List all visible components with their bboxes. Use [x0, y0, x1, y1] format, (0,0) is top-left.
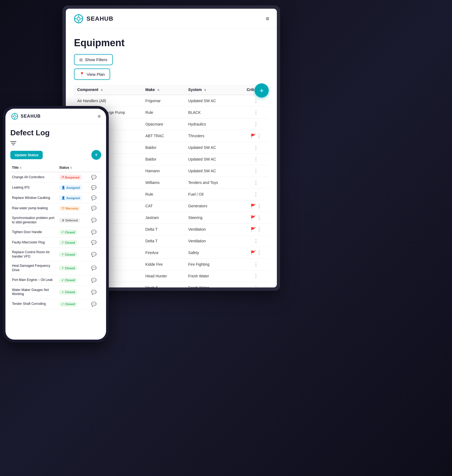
row-menu-dots[interactable]: ⋮ — [253, 156, 258, 162]
defect-chat-cell[interactable]: 💬 — [89, 172, 101, 183]
tablet-menu-icon[interactable]: ≡ — [266, 15, 269, 22]
phone-seahub-logo-icon — [11, 112, 18, 120]
view-plan-button[interactable]: 📍 View Plan — [74, 68, 110, 80]
equipment-critical-cell: 🚩 ⋮ — [243, 200, 269, 212]
equipment-system-cell: Updated SW AC — [185, 165, 243, 177]
equipment-critical-cell: ⋮ — [243, 270, 269, 282]
equipment-critical-cell: ⋮ — [243, 107, 269, 118]
defect-status-cell: ⏸ Deferred — [58, 214, 89, 227]
defect-status-cell: ✓ Closed — [58, 299, 89, 309]
row-menu-dots[interactable]: ⋮ — [253, 238, 258, 244]
phone-menu-icon[interactable]: ≡ — [98, 114, 101, 119]
chat-icon[interactable]: 💬 — [91, 240, 97, 245]
tablet-page-title: Equipment — [74, 37, 269, 49]
critical-flag-icon: 🚩 — [250, 204, 256, 208]
row-menu-dots[interactable]: ⋮ — [253, 273, 258, 279]
defect-chat-cell[interactable]: 💬 — [89, 227, 101, 237]
defect-chat-cell[interactable]: 💬 — [89, 193, 101, 203]
defect-status-cell: ✓ Closed — [58, 275, 89, 285]
system-sort-icon[interactable]: ⇅ — [204, 89, 206, 92]
defect-chat-cell[interactable]: 💬 — [89, 261, 101, 275]
row-menu-dots[interactable]: ⋮ — [257, 133, 262, 139]
status-icon: ✓ — [61, 241, 64, 244]
col-header-chat — [89, 164, 101, 172]
equipment-system-cell: Updated SW AC — [185, 142, 243, 154]
row-menu-dots[interactable]: ⋮ — [257, 215, 262, 220]
tablet-add-button[interactable]: + — [255, 83, 269, 98]
equipment-component-cell: Air Handlers (All) — [74, 95, 142, 107]
status-label: Closed — [65, 302, 75, 306]
equipment-make-cell: Mach 5 — [142, 282, 185, 288]
defect-status-cell: ↺ Reopened — [58, 172, 89, 183]
svg-point-1 — [77, 17, 80, 20]
row-menu-dots[interactable]: ⋮ — [253, 180, 258, 185]
equipment-system-cell: Steering — [185, 212, 243, 224]
chat-icon[interactable]: 💬 — [91, 230, 97, 234]
row-menu-dots[interactable]: ⋮ — [253, 168, 258, 174]
seahub-logo-icon — [73, 14, 84, 24]
equipment-critical-cell: 🚩 ⋮ — [243, 130, 269, 142]
status-badge: 🛡 Warranty — [59, 206, 81, 211]
equipment-system-cell: BLACK — [185, 107, 243, 118]
status-sort-icon[interactable]: ⇅ — [70, 167, 72, 169]
status-badge: 👤 Assigned — [59, 195, 82, 201]
chat-icon[interactable]: 💬 — [91, 302, 97, 306]
chat-icon[interactable]: 💬 — [91, 206, 97, 211]
chat-icon[interactable]: 💬 — [91, 175, 97, 180]
equipment-make-cell: CAT — [142, 200, 185, 212]
row-menu-dots[interactable]: ⋮ — [253, 110, 258, 115]
filter-btn-label: Show Filters — [85, 57, 107, 62]
defect-chat-cell[interactable]: 💬 — [89, 299, 101, 309]
defect-chat-cell[interactable]: 💬 — [89, 214, 101, 227]
row-menu-dots[interactable]: ⋮ — [253, 262, 258, 267]
chat-icon[interactable]: 💬 — [91, 266, 97, 270]
chat-icon[interactable]: 💬 — [91, 252, 97, 257]
defect-chat-cell[interactable]: 💬 — [89, 285, 101, 299]
defect-chat-cell[interactable]: 💬 — [89, 183, 101, 193]
defect-status-cell: ✓ Closed — [58, 227, 89, 237]
phone-add-button[interactable]: + — [91, 150, 101, 160]
phone-filter-icon[interactable] — [10, 140, 101, 147]
status-badge: ✓ Closed — [59, 230, 77, 235]
make-sort-icon[interactable]: ⇅ — [157, 89, 159, 92]
equipment-critical-cell: ⋮ — [243, 189, 269, 200]
chat-icon[interactable]: 💬 — [91, 290, 97, 295]
row-menu-dots[interactable]: ⋮ — [253, 121, 258, 127]
equipment-critical-cell: ⋮ — [243, 282, 269, 288]
defect-title-cell: Faulty Aftercooler Plug — [10, 237, 58, 248]
show-filters-button[interactable]: ⊟ Show Filters — [74, 54, 113, 65]
equipment-system-cell: Ventilation — [185, 235, 243, 247]
defect-chat-cell[interactable]: 💬 — [89, 248, 101, 261]
defect-table-row: Replace Control Room Air handler VFD ✓ C… — [10, 248, 101, 261]
defect-table-row: Leaking IPS 👤 Assigned 💬 — [10, 183, 101, 193]
col-header-component: Component ⇅ — [74, 85, 142, 95]
title-sort-icon[interactable]: ⇅ — [20, 167, 22, 169]
defect-status-cell: 🛡 Warranty — [58, 203, 89, 214]
defect-chat-cell[interactable]: 💬 — [89, 203, 101, 214]
defect-table-row: Port Main Engine – Oil Leak ✓ Closed 💬 — [10, 275, 101, 285]
status-badge: ↺ Reopened — [59, 175, 82, 180]
row-menu-dots[interactable]: ⋮ — [253, 192, 258, 197]
row-menu-dots[interactable]: ⋮ — [253, 285, 258, 287]
equipment-system-cell: Thrusters — [185, 130, 243, 142]
equipment-make-cell: Hamann — [142, 165, 185, 177]
update-status-button[interactable]: Update Status — [10, 151, 43, 159]
row-menu-dots[interactable]: ⋮ — [253, 145, 258, 150]
status-icon: ✓ — [61, 278, 64, 282]
defect-title-cell: Synchronisation problem port to stbd gen… — [10, 214, 58, 227]
status-badge: ✓ Closed — [59, 240, 77, 245]
chat-icon[interactable]: 💬 — [91, 278, 97, 283]
status-badge: 👤 Assigned — [59, 185, 82, 190]
row-menu-dots[interactable]: ⋮ — [257, 250, 262, 255]
row-menu-dots[interactable]: ⋮ — [257, 227, 262, 232]
status-icon: ✓ — [61, 230, 64, 234]
status-badge: ✓ Closed — [59, 278, 77, 283]
chat-icon[interactable]: 💬 — [91, 218, 97, 223]
chat-icon[interactable]: 💬 — [91, 196, 97, 200]
chat-icon[interactable]: 💬 — [91, 185, 97, 190]
component-sort-icon[interactable]: ⇅ — [101, 89, 103, 92]
defect-chat-cell[interactable]: 💬 — [89, 237, 101, 248]
row-menu-dots[interactable]: ⋮ — [257, 203, 262, 209]
defect-chat-cell[interactable]: 💬 — [89, 275, 101, 285]
row-menu-dots[interactable]: ⋮ — [253, 98, 258, 104]
